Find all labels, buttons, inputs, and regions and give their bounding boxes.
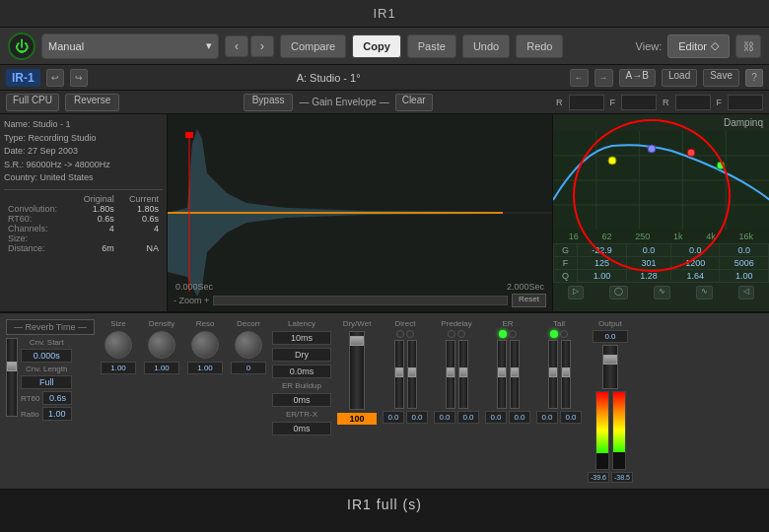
- r1-field[interactable]: 1.00: [569, 95, 604, 110]
- load-button[interactable]: Load: [662, 69, 697, 87]
- er-buildup-value[interactable]: 0ms: [272, 393, 331, 407]
- waveform-panel[interactable]: 0.000Sec 2.000Sec - Zoom + Reset: [168, 114, 552, 311]
- redo-button[interactable]: Redo: [516, 34, 563, 58]
- editor-button[interactable]: Editor ◇: [667, 34, 730, 58]
- undo-button[interactable]: Undo: [462, 34, 510, 58]
- link-button[interactable]: ⛓: [735, 34, 761, 58]
- tail-fader1-handle[interactable]: [549, 367, 557, 377]
- f1-field[interactable]: 600: [621, 95, 657, 110]
- predelay-fader1-handle[interactable]: [447, 367, 454, 377]
- reso-value[interactable]: 1.00: [187, 362, 223, 374]
- tail-val2[interactable]: 0.0: [560, 411, 582, 424]
- drywet-value[interactable]: 100: [337, 413, 377, 425]
- power-button[interactable]: ⏻: [8, 33, 35, 60]
- tail-fader2[interactable]: [561, 340, 571, 409]
- density-value[interactable]: 1.00: [144, 362, 179, 374]
- cnv-start-field[interactable]: 0.000s: [21, 349, 72, 363]
- back-button[interactable]: ‹: [225, 35, 248, 57]
- preset-dropdown[interactable]: Manual ▾: [41, 33, 219, 59]
- clear-button[interactable]: Clear: [395, 94, 433, 111]
- eq-f-62[interactable]: 301: [627, 257, 671, 270]
- rt60-field[interactable]: 0.6s: [42, 391, 72, 405]
- tail-fader1[interactable]: [548, 340, 558, 409]
- tail-val1[interactable]: 0.0: [536, 411, 558, 424]
- cpu-button[interactable]: Full CPU: [6, 94, 59, 111]
- predelay-fader1[interactable]: [446, 340, 455, 409]
- direct-val1[interactable]: 0.0: [383, 411, 404, 424]
- eq-g-250[interactable]: 0.0: [670, 244, 720, 257]
- eq-q-62[interactable]: 1.28: [627, 270, 671, 283]
- eq-band3-btn[interactable]: ∿: [654, 286, 670, 299]
- er-fader2[interactable]: [510, 340, 520, 409]
- direct-fader1[interactable]: [394, 340, 404, 409]
- predelay-val1[interactable]: 0.0: [434, 411, 455, 424]
- eq-band5-btn[interactable]: ◁: [738, 286, 754, 299]
- er-fader1-handle[interactable]: [498, 367, 506, 377]
- latency-0ms[interactable]: 0.0ms: [272, 365, 331, 378]
- eq-band2-btn[interactable]: ◯: [609, 286, 628, 299]
- eq-band1-btn[interactable]: ▷: [568, 286, 584, 299]
- forward-button[interactable]: ›: [250, 35, 274, 57]
- drywet-fader[interactable]: [349, 331, 365, 410]
- eq-q-16[interactable]: 1.00: [577, 270, 627, 283]
- r2-field[interactable]: 1.00: [675, 95, 711, 110]
- preset-right-arrow[interactable]: →: [594, 69, 613, 87]
- compare-button[interactable]: Compare: [280, 34, 346, 58]
- decorr-knob[interactable]: [235, 331, 262, 359]
- tail-fader2-handle[interactable]: [562, 367, 570, 377]
- predelay-fader2-handle[interactable]: [459, 367, 467, 377]
- latency-10ms[interactable]: 10ms: [272, 331, 331, 345]
- size-knob[interactable]: [105, 331, 132, 359]
- er-val2[interactable]: 0.0: [509, 411, 530, 424]
- er-fader1[interactable]: [497, 340, 507, 409]
- reset-button[interactable]: Reset: [512, 294, 546, 307]
- output-fader-handle[interactable]: [603, 355, 617, 365]
- copy-button[interactable]: Copy: [352, 34, 401, 58]
- waveform-scrollbar[interactable]: [213, 296, 508, 305]
- ab-button[interactable]: A→B: [619, 69, 656, 87]
- direct-fader2[interactable]: [407, 340, 417, 409]
- reso-knob[interactable]: [191, 331, 219, 359]
- direct-fader1-handle[interactable]: [395, 367, 403, 377]
- predelay-values: 0.0 0.0: [434, 411, 479, 424]
- size-value[interactable]: 1.00: [101, 362, 136, 374]
- direct-fader2-handle[interactable]: [408, 367, 416, 377]
- drywet-fader-handle[interactable]: [350, 336, 364, 346]
- cnv-length-field[interactable]: Full: [21, 375, 72, 389]
- eq-g-1k[interactable]: 0.0: [720, 244, 769, 257]
- f2-field[interactable]: 2500: [728, 95, 763, 110]
- predelay-faders: [446, 340, 468, 409]
- ratio-label: Ratio: [21, 410, 39, 419]
- undo-small-button[interactable]: ↩: [46, 69, 64, 87]
- paste-button[interactable]: Paste: [407, 34, 456, 58]
- eq-f-1k[interactable]: 5006: [720, 257, 769, 270]
- eq-display[interactable]: [553, 131, 769, 230]
- reverb-fader-handle[interactable]: [7, 362, 17, 371]
- output-val[interactable]: 0.0: [593, 330, 628, 343]
- help-button[interactable]: ?: [745, 69, 763, 87]
- save-button[interactable]: Save: [703, 69, 739, 87]
- predelay-val2[interactable]: 0.0: [457, 411, 479, 424]
- predelay-fader2[interactable]: [458, 340, 468, 409]
- bypass-button[interactable]: Bypass: [244, 94, 294, 111]
- reverse-button[interactable]: Reverse: [65, 94, 119, 111]
- eritrx-value[interactable]: 0ms: [272, 422, 331, 435]
- reverb-fader[interactable]: [6, 338, 18, 417]
- eq-band4-btn[interactable]: ∿: [696, 286, 713, 299]
- preset-left-arrow[interactable]: ←: [570, 69, 589, 87]
- eq-f-16[interactable]: 125: [577, 257, 627, 270]
- eq-f-250[interactable]: 1200: [670, 257, 720, 270]
- ratio-field[interactable]: 1.00: [42, 407, 72, 421]
- direct-val2[interactable]: 0.0: [406, 411, 428, 424]
- eq-g-62[interactable]: 0.0: [627, 244, 671, 257]
- redo-small-button[interactable]: ↪: [70, 69, 88, 87]
- decorr-value[interactable]: 0: [231, 362, 266, 374]
- eq-q-1k[interactable]: 1.00: [720, 270, 769, 283]
- er-val1[interactable]: 0.0: [485, 411, 507, 424]
- bottom-section: — Reverb Time — Cnv. Start 0.000s Cnv. L…: [0, 311, 769, 489]
- eq-g-16[interactable]: -22.9: [577, 244, 627, 257]
- density-knob[interactable]: [148, 331, 175, 359]
- er-fader2-handle[interactable]: [511, 367, 519, 377]
- eq-q-250[interactable]: 1.64: [670, 270, 720, 283]
- output-fader[interactable]: [602, 345, 618, 389]
